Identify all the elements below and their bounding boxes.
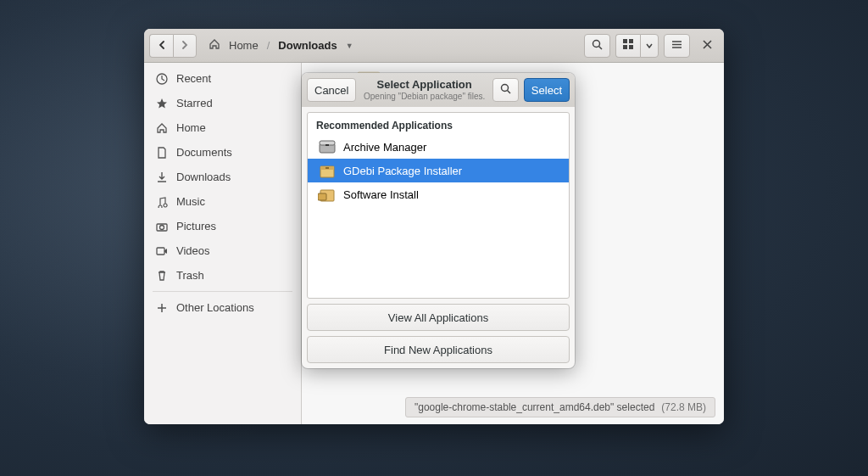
view-dropdown-button[interactable] [640, 34, 659, 58]
home-icon [156, 122, 168, 134]
chevron-right-icon [181, 39, 189, 52]
nav-buttons [149, 34, 197, 58]
svg-rect-12 [157, 248, 164, 255]
forward-button[interactable] [173, 34, 197, 58]
app-list: Recommended Applications Archive Manager… [307, 112, 570, 299]
back-button[interactable] [149, 34, 173, 58]
svg-line-14 [507, 91, 510, 94]
sidebar-label: Home [176, 121, 206, 134]
music-icon [156, 196, 168, 208]
chevron-down-icon [646, 39, 653, 52]
plus-icon [156, 302, 168, 314]
app-row-archive-manager[interactable]: Archive Manager [308, 135, 569, 159]
search-icon [500, 83, 511, 97]
archive-manager-icon [318, 137, 337, 156]
sidebar-item-music[interactable]: Music [144, 189, 301, 214]
dialog-search-button[interactable] [492, 78, 519, 102]
svg-rect-17 [326, 144, 329, 146]
software-install-icon [318, 185, 337, 204]
breadcrumb-dropdown-icon[interactable]: ▼ [346, 42, 353, 50]
svg-rect-2 [623, 39, 627, 43]
sidebar-label: Music [176, 195, 205, 208]
clock-icon [156, 73, 168, 85]
close-window-button[interactable] [695, 34, 719, 58]
dialog-body: Recommended Applications Archive Manager… [302, 107, 575, 368]
dialog-title-block: Select Application Opening "Debian packa… [361, 78, 487, 102]
breadcrumb-home[interactable]: Home [229, 39, 259, 52]
sidebar-item-downloads[interactable]: Downloads [144, 165, 301, 189]
breadcrumb: Home / Downloads ▼ [209, 38, 579, 53]
view-all-label: View All Applications [388, 311, 488, 324]
svg-rect-20 [326, 167, 329, 169]
sidebar-label: Pictures [176, 220, 216, 232]
sidebar-label: Downloads [176, 171, 231, 183]
svg-point-11 [160, 225, 164, 229]
find-new-button[interactable]: Find New Applications [307, 336, 570, 363]
status-bar: "google-chrome-stable_current_amd64.deb"… [405, 397, 715, 417]
view-buttons [615, 34, 659, 58]
sidebar-item-home[interactable]: Home [144, 115, 301, 140]
app-label: Software Install [343, 188, 419, 201]
icon-view-button[interactable] [615, 34, 640, 58]
hamburger-icon [671, 39, 682, 53]
svg-point-0 [593, 40, 600, 47]
dialog-subtitle: Opening "Debian package" files. [361, 92, 487, 102]
breadcrumb-current[interactable]: Downloads [278, 39, 337, 52]
camera-icon [156, 221, 168, 232]
sidebar-label: Other Locations [176, 301, 254, 314]
sidebar-item-other-locations[interactable]: Other Locations [144, 295, 301, 320]
sidebar-item-pictures[interactable]: Pictures [144, 214, 301, 238]
app-label: GDebi Package Installer [343, 165, 462, 177]
trash-icon [156, 270, 168, 282]
select-label: Select [531, 84, 562, 97]
dialog-title: Select Application [361, 78, 487, 92]
headerbar: Home / Downloads ▼ [144, 29, 724, 63]
close-icon [703, 39, 712, 52]
status-text: "google-chrome-stable_current_amd64.deb"… [415, 401, 654, 413]
select-button[interactable]: Select [524, 78, 570, 102]
video-icon [156, 245, 168, 257]
sidebar-item-recent[interactable]: Recent [144, 66, 301, 91]
sidebar: Recent Starred Home Documents Downloads … [144, 63, 302, 424]
app-label: Archive Manager [343, 141, 426, 154]
sidebar-item-documents[interactable]: Documents [144, 140, 301, 165]
cancel-button[interactable]: Cancel [307, 78, 356, 102]
grid-icon [623, 39, 633, 52]
star-icon [156, 98, 168, 109]
cancel-label: Cancel [314, 84, 348, 97]
home-icon [209, 38, 220, 53]
sidebar-item-trash[interactable]: Trash [144, 263, 301, 288]
sidebar-label: Documents [176, 146, 232, 159]
sidebar-label: Trash [176, 269, 204, 282]
sidebar-item-starred[interactable]: Starred [144, 91, 301, 115]
document-icon [156, 147, 168, 159]
svg-rect-4 [623, 45, 627, 49]
dialog-header: Cancel Select Application Opening "Debia… [302, 73, 575, 107]
sidebar-separator [153, 291, 292, 292]
search-button[interactable] [584, 34, 610, 58]
breadcrumb-separator: / [267, 39, 270, 52]
download-icon [156, 171, 168, 183]
sidebar-item-videos[interactable]: Videos [144, 238, 301, 263]
menu-button[interactable] [664, 34, 690, 58]
svg-rect-5 [629, 45, 633, 49]
chevron-left-icon [158, 39, 166, 52]
app-row-software-install[interactable]: Software Install [308, 182, 569, 206]
gdebi-icon [318, 161, 337, 180]
view-all-button[interactable]: View All Applications [307, 304, 570, 331]
svg-line-1 [599, 46, 603, 49]
sidebar-label: Starred [176, 97, 213, 109]
app-row-gdebi[interactable]: GDebi Package Installer [308, 159, 569, 182]
status-size: (72.8 MB) [661, 401, 706, 413]
svg-rect-3 [629, 39, 633, 43]
svg-point-13 [501, 85, 508, 92]
search-icon [592, 39, 603, 53]
section-header: Recommended Applications [308, 113, 569, 135]
select-application-dialog: Cancel Select Application Opening "Debia… [302, 73, 575, 368]
sidebar-label: Videos [176, 244, 210, 257]
sidebar-label: Recent [176, 72, 211, 85]
svg-rect-22 [318, 193, 326, 200]
find-new-label: Find New Applications [384, 344, 492, 356]
